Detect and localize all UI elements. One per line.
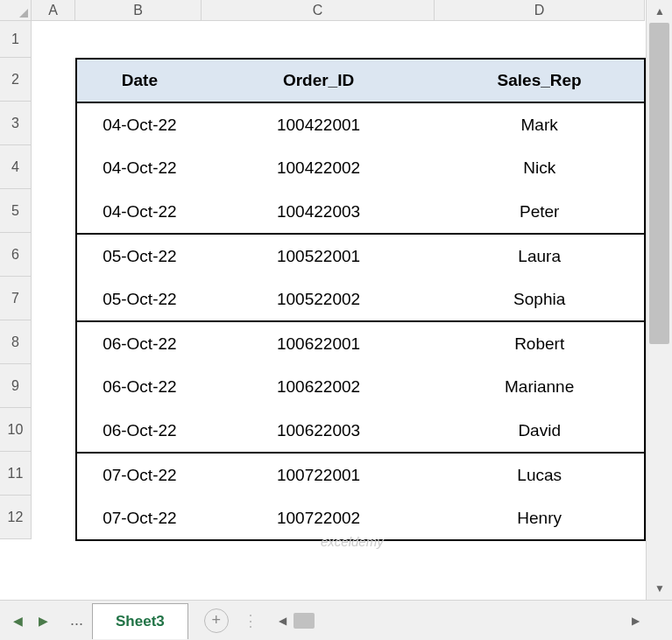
cell-rep[interactable]: Henry xyxy=(435,496,645,540)
cell-rep[interactable]: David xyxy=(435,409,645,453)
table-row: 04-Oct-22100422003Peter xyxy=(76,190,645,234)
col-header-d[interactable]: D xyxy=(435,0,645,21)
cell-date[interactable]: 04-Oct-22 xyxy=(76,146,202,190)
cell-rep[interactable]: Robert xyxy=(435,321,645,365)
cell-rep[interactable]: Peter xyxy=(435,190,645,234)
bottom-bar: ◀ ▶ ... Sheet3 + ⋮ ◀ ▶ xyxy=(0,600,672,640)
row-header-4[interactable]: 4 xyxy=(0,145,32,189)
grid-area[interactable]: Date Order_ID Sales_Rep 04-Oct-221004220… xyxy=(32,21,646,600)
table-row: 05-Oct-22100522001Laura xyxy=(76,234,645,278)
cell-order[interactable]: 100722001 xyxy=(202,453,435,496)
table-row: 06-Oct-22100622001Robert xyxy=(76,321,645,365)
cell-order[interactable]: 100622001 xyxy=(202,321,435,365)
cell-rep[interactable]: Marianne xyxy=(435,365,645,409)
cell-rep[interactable]: Laura xyxy=(435,234,645,278)
cell-rep[interactable]: Nick xyxy=(435,146,645,190)
table-row: 05-Oct-22100522002Sophia xyxy=(76,278,645,321)
cell-date[interactable]: 04-Oct-22 xyxy=(76,102,202,146)
cell-date[interactable]: 07-Oct-22 xyxy=(76,496,202,540)
cell-order[interactable]: 100622002 xyxy=(202,365,435,409)
row-header-1[interactable]: 1 xyxy=(0,21,32,58)
cell-order[interactable]: 100422001 xyxy=(202,102,435,146)
tab-divider: ⋮ xyxy=(243,611,257,630)
row-header-9[interactable]: 9 xyxy=(0,364,32,408)
cell-order[interactable]: 100722002 xyxy=(202,496,435,540)
table-row: 07-Oct-22100722002Henry xyxy=(76,496,645,540)
tab-next-icon[interactable]: ▶ xyxy=(39,614,48,628)
cell-date[interactable]: 07-Oct-22 xyxy=(76,453,202,496)
col-header-b[interactable]: B xyxy=(75,0,202,21)
scroll-up-icon[interactable]: ▲ xyxy=(647,0,672,23)
vertical-scrollbar[interactable]: ▲ ▼ xyxy=(646,0,672,600)
header-order[interactable]: Order_ID xyxy=(202,59,435,102)
col-header-c[interactable]: C xyxy=(202,0,435,21)
row-header-8[interactable]: 8 xyxy=(0,320,32,364)
new-sheet-button[interactable]: + xyxy=(204,608,229,633)
scroll-down-icon[interactable]: ▼ xyxy=(647,577,672,600)
spreadsheet: A B C D 123456789101112 Date Order_ID Sa… xyxy=(0,0,672,640)
table-row: 07-Oct-22100722001Lucas xyxy=(76,453,645,496)
cell-rep[interactable]: Sophia xyxy=(435,278,645,321)
row-header-12[interactable]: 12 xyxy=(0,496,32,539)
select-all-icon xyxy=(19,9,28,18)
row-header-2[interactable]: 2 xyxy=(0,58,32,102)
row-header-5[interactable]: 5 xyxy=(0,189,32,233)
cell-order[interactable]: 100622003 xyxy=(202,409,435,453)
hscroll-thumb[interactable] xyxy=(294,613,315,629)
row-headers: 123456789101112 xyxy=(0,21,32,539)
column-headers: A B C D xyxy=(32,0,645,21)
select-all-cell[interactable] xyxy=(0,0,32,21)
header-rep[interactable]: Sales_Rep xyxy=(435,59,645,102)
row-header-10[interactable]: 10 xyxy=(0,408,32,452)
tab-navigation: ◀ ▶ xyxy=(0,614,61,628)
row-header-7[interactable]: 7 xyxy=(0,277,32,320)
header-date[interactable]: Date xyxy=(76,59,202,102)
col-header-a[interactable]: A xyxy=(32,0,75,21)
cell-rep[interactable]: Mark xyxy=(435,102,645,146)
cell-order[interactable]: 100522002 xyxy=(202,278,435,321)
cell-date[interactable]: 04-Oct-22 xyxy=(76,190,202,234)
horizontal-scrollbar[interactable]: ◀ ▶ xyxy=(272,610,646,631)
cell-order[interactable]: 100422003 xyxy=(202,190,435,234)
table-row: 06-Oct-22100622002Marianne xyxy=(76,365,645,409)
row-header-11[interactable]: 11 xyxy=(0,452,32,496)
cell-order[interactable]: 100422002 xyxy=(202,146,435,190)
tab-prev-icon[interactable]: ◀ xyxy=(13,614,23,628)
row-header-3[interactable]: 3 xyxy=(0,102,32,145)
sheet-tab-active[interactable]: Sheet3 xyxy=(92,603,188,639)
row-header-6[interactable]: 6 xyxy=(0,233,32,277)
cell-rep[interactable]: Lucas xyxy=(435,453,645,496)
cell-date[interactable]: 05-Oct-22 xyxy=(76,234,202,278)
plus-icon: + xyxy=(212,611,222,629)
cell-date[interactable]: 06-Oct-22 xyxy=(76,409,202,453)
table-row: 04-Oct-22100422001Mark xyxy=(76,102,645,146)
tab-ellipsis[interactable]: ... xyxy=(61,611,92,629)
table-row: 04-Oct-22100422002Nick xyxy=(76,146,645,190)
table-header-row: Date Order_ID Sales_Rep xyxy=(76,59,645,102)
cell-date[interactable]: 06-Oct-22 xyxy=(76,321,202,365)
vscroll-track[interactable] xyxy=(647,23,672,577)
vscroll-thumb[interactable] xyxy=(649,23,669,344)
cell-order[interactable]: 100522001 xyxy=(202,234,435,278)
hscroll-track[interactable] xyxy=(294,610,625,631)
scroll-right-icon[interactable]: ▶ xyxy=(625,610,646,631)
cell-date[interactable]: 06-Oct-22 xyxy=(76,365,202,409)
scroll-left-icon[interactable]: ◀ xyxy=(272,610,294,631)
data-table: Date Order_ID Sales_Rep 04-Oct-221004220… xyxy=(75,58,646,541)
table-row: 06-Oct-22100622003David xyxy=(76,409,645,453)
cell-date[interactable]: 05-Oct-22 xyxy=(76,278,202,321)
